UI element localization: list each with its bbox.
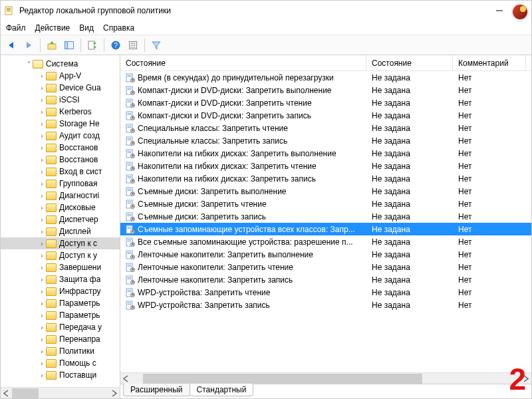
policy-row[interactable]: Компакт-диски и DVD-диски: Запретить вып… (120, 84, 531, 96)
column-header-name[interactable]: Состояние (120, 55, 366, 70)
policy-row[interactable]: Ленточные накопители: Запретить чтениеНе… (120, 261, 531, 273)
show-hide-tree-button[interactable] (61, 37, 77, 53)
svg-rect-78 (128, 203, 132, 203)
tree-node[interactable]: ›Device Gua (1, 82, 120, 94)
tree-node[interactable]: ›Завершени (1, 261, 120, 273)
policy-row[interactable]: Съемные диски: Запретить выполнениеНе за… (120, 185, 531, 198)
policy-row[interactable]: Съемные диски: Запретить записьНе задана… (120, 210, 531, 223)
policy-row[interactable]: Время (в секундах) до принудительной пер… (120, 71, 531, 84)
expand-collapse-icon[interactable]: › (38, 204, 46, 211)
tree-node[interactable]: ›Дисплей (1, 225, 120, 237)
minimize-button[interactable] (495, 7, 503, 15)
tree-node[interactable]: ›Параметрь (1, 297, 120, 309)
expand-collapse-icon[interactable]: › (38, 324, 46, 331)
policy-row[interactable]: Все съемные запоминающие устройства: раз… (120, 235, 531, 248)
tree-horizontal-scrollbar[interactable] (1, 387, 120, 398)
policy-row[interactable]: WPD-устройства: Запретить записьНе задан… (120, 299, 531, 311)
tree-node[interactable]: ›Восстанов (1, 154, 120, 166)
tree-node[interactable]: ›Диспетчер (1, 213, 120, 225)
tree-node[interactable]: ›Диагностиі (1, 190, 120, 201)
expand-collapse-icon[interactable]: › (38, 264, 46, 271)
tree-node[interactable]: ›Kerberos (1, 106, 120, 118)
back-button[interactable] (3, 37, 19, 53)
expand-collapse-icon[interactable]: › (38, 360, 46, 367)
up-button[interactable] (44, 37, 60, 53)
tree-node-system[interactable]: ˅Система (1, 58, 120, 70)
expand-collapse-icon[interactable]: › (38, 288, 46, 295)
expand-collapse-icon[interactable]: › (38, 252, 46, 259)
expand-collapse-icon[interactable]: › (38, 276, 46, 283)
tree-node[interactable]: ›iSCSI (1, 94, 120, 106)
tree-node[interactable]: ›Политики (1, 345, 120, 357)
expand-collapse-icon[interactable]: › (38, 336, 46, 343)
help-button[interactable]: ? (108, 37, 124, 53)
tree-node[interactable]: ›Дисковые (1, 201, 120, 213)
menu-file[interactable]: Файл (6, 23, 26, 33)
export-button[interactable] (84, 37, 100, 53)
expand-collapse-icon[interactable]: › (38, 84, 46, 92)
expand-collapse-icon[interactable]: › (38, 348, 46, 355)
properties-button[interactable] (125, 37, 141, 53)
forward-button[interactable] (21, 37, 37, 53)
expand-collapse-icon[interactable]: › (38, 192, 46, 200)
expand-collapse-icon[interactable]: › (38, 168, 46, 176)
expand-collapse-icon[interactable]: › (38, 108, 46, 116)
policy-list[interactable]: Время (в секундах) до принудительной пер… (120, 71, 531, 372)
policy-row[interactable]: Съемные диски: Запретить чтениеНе задана… (120, 198, 531, 210)
policy-row[interactable]: Ленточные накопители: Запретить записьНе… (120, 273, 531, 286)
scrollbar-thumb[interactable] (143, 374, 422, 384)
expand-collapse-icon[interactable]: › (38, 156, 46, 164)
expand-collapse-icon[interactable]: › (38, 180, 46, 188)
svg-point-31 (131, 103, 135, 107)
policy-name-text: Съемные диски: Запретить выполнение (138, 187, 287, 196)
expand-collapse-icon[interactable]: › (38, 228, 46, 235)
policy-row[interactable]: Накопители на гибких дисках: Запретить з… (120, 172, 531, 185)
menu-view[interactable]: Вид (79, 23, 94, 33)
policy-row[interactable]: Ленточные накопители: Запретить выполнен… (120, 248, 531, 261)
menu-help[interactable]: Справка (103, 23, 134, 33)
expand-collapse-icon[interactable]: › (38, 300, 46, 307)
policy-row[interactable]: WPD-устройства: Запретить чтениеНе задан… (120, 286, 531, 299)
tree-node[interactable]: ›Инфрастру (1, 285, 120, 297)
tree-node[interactable]: ›Параметрь (1, 309, 120, 321)
expand-collapse-icon[interactable]: › (38, 240, 46, 247)
expand-collapse-icon[interactable]: ˅ (25, 61, 33, 68)
tab-standard[interactable]: Стандартный (190, 384, 254, 396)
expand-collapse-icon[interactable]: › (38, 372, 46, 379)
scrollbar-thumb[interactable] (12, 388, 39, 398)
policy-row[interactable]: Специальные классы: Запретить записьНе з… (120, 134, 531, 147)
expand-collapse-icon[interactable]: › (38, 144, 46, 152)
tree-node[interactable]: ›Перенапра (1, 333, 120, 345)
tree-node[interactable]: ›Помощь с (1, 357, 120, 369)
expand-collapse-icon[interactable]: › (38, 312, 46, 319)
tree-node[interactable]: ›Защита фа (1, 273, 120, 285)
expand-collapse-icon[interactable]: › (38, 72, 46, 80)
tree-node[interactable]: ›Доступ к у (1, 249, 120, 261)
column-header-comment[interactable]: Комментарий (453, 55, 526, 70)
menu-action[interactable]: Действие (35, 23, 70, 33)
tree-node[interactable]: ›Storage He (1, 118, 120, 130)
policy-row[interactable]: Специальные классы: Запретить чтениеНе з… (120, 122, 531, 134)
tree-node[interactable]: ›App-V (1, 70, 120, 82)
expand-collapse-icon[interactable]: › (38, 216, 46, 223)
expand-collapse-icon[interactable]: › (38, 96, 46, 104)
console-tree[interactable]: ˅Система›App-V›Device Gua›iSCSI›Kerberos… (1, 55, 120, 387)
column-header-state[interactable]: Состояние (366, 55, 453, 70)
tree-node[interactable]: ›Передача у (1, 321, 120, 333)
tree-node[interactable]: ›Групповая (1, 178, 120, 190)
policy-row[interactable]: Накопители на гибких дисках: Запретить в… (120, 147, 531, 160)
policy-row[interactable]: Съемные запоминающие устройства всех кла… (120, 223, 531, 235)
expand-collapse-icon[interactable]: › (38, 132, 46, 140)
policy-row[interactable]: Накопители на гибких дисках: Запретить ч… (120, 160, 531, 172)
tree-node[interactable]: ›Доступ к с (1, 237, 120, 249)
tree-node[interactable]: ›Восстанов (1, 142, 120, 154)
expand-collapse-icon[interactable]: › (38, 120, 46, 128)
policy-row[interactable]: Компакт-диски и DVD-диски: Запретить чте… (120, 96, 531, 109)
policy-row[interactable]: Компакт-диски и DVD-диски: Запретить зап… (120, 109, 531, 122)
tree-node[interactable]: ›Поставщи (1, 369, 120, 381)
filter-button[interactable] (148, 37, 164, 53)
list-horizontal-scrollbar[interactable] (120, 372, 531, 384)
tab-extended[interactable]: Расширенный (123, 384, 190, 396)
tree-node[interactable]: ›Вход в сист (1, 166, 120, 178)
tree-node[interactable]: ›Аудит созд (1, 130, 120, 142)
